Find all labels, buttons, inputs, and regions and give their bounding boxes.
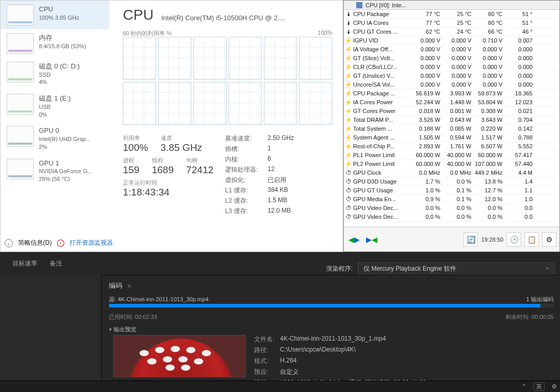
sensor-icon: ⚡	[344, 55, 353, 62]
hwinfo-row[interactable]: 🌡 CPU IA Cores 77 °C25 °C80 °C51 °	[344, 19, 559, 27]
cpu-kv-row: 插槽:1	[225, 145, 332, 153]
hwinfo-row[interactable]: ⚡ PL2 Power Limit 60.000 W40.000 W107.00…	[344, 160, 559, 169]
proc-label: 进程	[123, 157, 139, 164]
resource-monitor-icon[interactable]: ＋	[55, 238, 66, 248]
tm-sidebar-item-3[interactable]: 磁盘 1 (E:) USB 0%	[1, 90, 109, 122]
hwinfo-row[interactable]: ⚡ CPU Package ... 56.619 W3.993 W59.873 …	[344, 89, 559, 98]
sensor-icon: ⚡	[344, 46, 353, 53]
tm-sidebar-item-5[interactable]: GPU 1 NVIDIA GeForce G... 28% (56 °C)	[1, 155, 109, 187]
cpu-kv-row: 内核:6	[225, 155, 332, 164]
source-line: 源: 4K-Chimei-inn-2011-1013_30p.mp4	[109, 296, 208, 303]
brief-info-link[interactable]: 简略信息(D)	[18, 239, 52, 247]
item-sub1: Intel(R) UHD Grap...	[39, 135, 91, 143]
item-sub1: USB	[39, 103, 71, 111]
handles-label: 句柄	[186, 157, 214, 164]
hwinfo-row[interactable]: ⏱ GPU Video Dec... 0.0 %0.0 %0.0 %0.0	[344, 204, 559, 213]
tab-target-rate[interactable]: 目标速率	[12, 259, 37, 268]
settings-icon[interactable]: ⚙	[542, 232, 556, 247]
hwinfo-row[interactable]: ⚡ IGPU VID 0.000 V0.000 V0.710 V0.007	[344, 36, 559, 45]
item-sub2: 4%	[39, 78, 80, 86]
hwinfo-row[interactable]: ⚡ GT (Unslice) V... 0.000 V0.000 V0.000 …	[344, 72, 559, 80]
nav-back-button[interactable]: ◀▶	[347, 233, 361, 246]
thread-value: 1689	[152, 164, 174, 176]
sensor-icon: ⏱	[344, 196, 353, 202]
ime-chevron-icon[interactable]: ⌃	[522, 383, 526, 390]
hwinfo-row[interactable]: ⚡ Rest-of-Chip P... 2.893 W1.761 W6.507 …	[344, 142, 559, 151]
hwinfo-row[interactable]: ⚡ Total DRAM P... 3.526 W0.643 W3.643 W0…	[344, 116, 559, 124]
hwinfo-row[interactable]: ⏱ GPU Clock 0.0 MHz0.0 MHz449.2 MHz4.4 M	[344, 169, 559, 177]
sensor-icon: ⚡	[344, 108, 353, 115]
hwinfo-row[interactable]: ⏱ GPU D3D Usage 1.7 %0.0 %13.8 %1.4	[344, 177, 559, 186]
cpu-kv-row: 虚拟化:已启用	[225, 176, 332, 185]
hwinfo-header-row[interactable]: CPU [#0]: Inte...	[344, 1, 559, 10]
hwinfo-window: CPU [#0]: Inte... 🌡 CPU Package 77 °C25 …	[343, 0, 560, 252]
item-sub1: NVIDIA GeForce G...	[39, 167, 92, 175]
elapsed-time: 已用时间: 00:02:33	[109, 313, 157, 321]
ime-indicator[interactable]: 英	[534, 382, 544, 391]
hwinfo-row[interactable]: ⚡ PL1 Power Limit 60.000 W40.000 W60.000…	[344, 151, 559, 160]
encode-heading: 编码≡	[109, 281, 131, 290]
item-title: 磁盘 0 (C: D:)	[39, 62, 80, 71]
sensor-icon: ⚡	[344, 99, 353, 106]
sensor-icon: ⚡	[344, 81, 353, 88]
collapse-icon[interactable]: ⌄	[5, 239, 13, 247]
hwinfo-row[interactable]: ⚡ CLR (CBo/LLC/... 0.000 V0.000 V0.000 V…	[344, 63, 559, 72]
clock-icon[interactable]: 🕒	[507, 232, 521, 247]
tm-sidebar-item-2[interactable]: 磁盘 0 (C: D:) SSD 4%	[1, 58, 109, 90]
open-resource-monitor-link[interactable]: 打开资源监视器	[69, 239, 113, 247]
cpu-kv-row: L1 缓存:384 KB	[225, 186, 332, 195]
item-sub2: 0%	[39, 111, 71, 119]
cpu-kv-row: 基准速度:2.50 GHz	[225, 134, 332, 143]
output-preview-label[interactable]: 输出预览	[109, 326, 136, 333]
hwinfo-row[interactable]: ⚡ System Agent ... 1.505 W0.594 W1.517 W…	[344, 133, 559, 142]
tm-sidebar-item-1[interactable]: 内存 8.4/15.8 GB (53%)	[1, 29, 109, 58]
hwinfo-row[interactable]: ⏱ GPU Media En... 0.9 %0.1 %12.0 %1.0	[344, 195, 559, 204]
tm-sidebar-item-4[interactable]: GPU 0 Intel(R) UHD Grap... 2%	[1, 122, 109, 154]
item-sub1: 8.4/15.8 GB (53%)	[39, 43, 86, 50]
hwinfo-row[interactable]: ⚡ IA Cores Power 52.244 W1.448 W53.804 W…	[344, 98, 559, 107]
encode-menu-icon[interactable]: ≡	[128, 283, 131, 289]
sensor-icon: ⚡	[344, 73, 353, 79]
hwinfo-row[interactable]: ⚡ GT Cores Power 0.018 W0.001 W0.308 W0.…	[344, 107, 559, 116]
log-icon[interactable]: 📋	[524, 232, 539, 247]
ame-tabs: 目标速率 备注	[12, 259, 62, 268]
tm-sidebar-item-0[interactable]: CPU 100% 3.85 GHz	[1, 1, 109, 29]
tab-notes[interactable]: 备注	[50, 259, 62, 268]
hwinfo-row[interactable]: ⚡ Total System ... 0.188 W0.085 W0.220 W…	[344, 124, 559, 133]
uptime-label: 正常运行时间	[123, 179, 225, 187]
cpu-kv-row: 逻辑处理器:12	[225, 165, 332, 174]
hwinfo-row[interactable]: ⏱ GPU Video Dec... 0.0 %0.0 %0.0 %0.0	[344, 213, 559, 221]
hwinfo-row[interactable]: 🌡 CPU GT Cores ... 62 °C24 °C66 °C46 °	[344, 27, 559, 36]
util-value: 100%	[123, 142, 148, 153]
cpu-kv-row: L2 缓存:1.5 MB	[225, 197, 332, 205]
renderer-dropdown[interactable]: 仅 Mercury Playback Engine 软件	[358, 262, 555, 275]
cpu-logical-core-grid[interactable]	[123, 37, 332, 125]
hwinfo-row[interactable]: ⏱ GPU GT Usage 1.0 %0.1 %12.7 %1.1	[344, 186, 559, 195]
item-title: CPU	[39, 5, 79, 14]
sensor-icon: 🌡	[344, 20, 353, 26]
output-meta-row: 预设:自定义	[254, 368, 426, 376]
hwinfo-table[interactable]: 🌡 CPU Package 77 °C25 °C80 °C51 °🌡 CPU I…	[344, 10, 559, 228]
sensor-icon: ⏱	[344, 214, 353, 220]
hwinfo-row[interactable]: ⚡ GT (Slice) Volt... 0.000 V0.000 V0.000…	[344, 54, 559, 63]
sensor-icon: ⚡	[344, 90, 353, 97]
gear-icon[interactable]: ⚙	[552, 383, 557, 390]
sensor-icon: ⚡	[344, 134, 353, 141]
item-sub2: 2%	[39, 143, 91, 151]
hwinfo-row[interactable]: 🌡 CPU Package 77 °C25 °C80 °C51 °	[344, 10, 559, 19]
sensor-icon: ⏱	[344, 170, 353, 176]
sensor-icon: ⏱	[344, 187, 353, 193]
item-sub1: 100% 3.85 GHz	[39, 14, 79, 22]
nav-forward-button[interactable]: ▶◀	[365, 233, 379, 246]
refresh-icon[interactable]: 🔄	[464, 232, 478, 247]
hwinfo-row[interactable]: ⚡ IA Voltage Off... 0.000 V0.000 V0.000 …	[344, 45, 559, 54]
output-meta-row: 路径:C:\Users\cpcw\Desktop\4K\	[254, 346, 426, 355]
hwinfo-row[interactable]: ⚡ Uncore/SA Vol... 0.000 V0.000 V0.000 V…	[344, 80, 559, 89]
sensor-icon: ⚡	[344, 161, 353, 167]
cpu-heading: CPU	[123, 7, 153, 23]
sensor-icon: ⏱	[344, 178, 353, 185]
item-title: 磁盘 1 (E:)	[39, 94, 71, 103]
handles-value: 72412	[186, 164, 214, 176]
item-sub2: 28% (56 °C)	[39, 175, 92, 183]
sensor-icon: 🌡	[344, 11, 353, 17]
